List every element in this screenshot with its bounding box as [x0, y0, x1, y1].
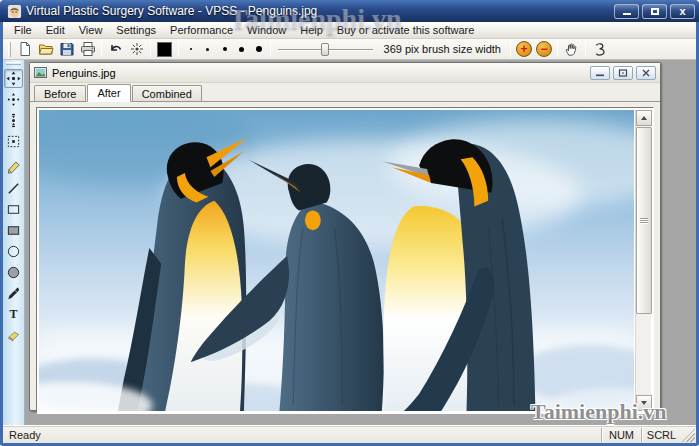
text-tool-icon: T [9, 307, 17, 322]
brush-size-3[interactable] [216, 40, 233, 59]
dot-icon [190, 48, 192, 50]
main-area: T Penguins.jpg [3, 60, 696, 425]
tool-marquee[interactable] [4, 132, 23, 151]
menu-performance[interactable]: Performance [163, 23, 240, 37]
pinch-tool-icon [6, 113, 21, 128]
tool-eyedropper[interactable] [4, 284, 23, 303]
brush-size-slider[interactable] [278, 40, 373, 59]
save-button[interactable] [56, 40, 77, 59]
status-message: Ready [3, 429, 601, 441]
doc-close-button[interactable] [636, 66, 656, 80]
eraser-icon [6, 328, 21, 343]
resize-grip[interactable] [681, 428, 695, 442]
menu-buy-activate[interactable]: Buy or activate this software [330, 23, 482, 37]
palette-gripper[interactable] [6, 62, 21, 65]
save-icon [59, 41, 75, 57]
tab-combined[interactable]: Combined [132, 85, 202, 101]
scroll-down-button[interactable] [636, 395, 652, 411]
doc-restore-button[interactable] [613, 66, 633, 80]
toolbar-separator [585, 41, 586, 57]
ellipse-filled-icon [6, 265, 21, 280]
doc-close-icon [641, 69, 651, 77]
tab-strip: Before After Combined [30, 83, 660, 102]
undo-button[interactable] [105, 40, 126, 59]
open-folder-icon [38, 41, 54, 57]
app-window: Virtual Plastic Surgery Software - VPSS … [0, 0, 699, 446]
scroll-up-button[interactable] [636, 110, 652, 126]
zoom-in-button[interactable]: + [516, 41, 532, 57]
bulge-tool-icon [6, 92, 21, 107]
rectangle-filled-icon [6, 223, 21, 238]
menu-help[interactable]: Help [293, 23, 330, 37]
zoom-out-button[interactable]: − [536, 41, 552, 57]
toolbar: 369 pix brush size width + − [3, 39, 696, 60]
dot-icon [206, 48, 209, 51]
doc-restore-icon [618, 69, 628, 77]
maximize-button[interactable] [642, 4, 667, 19]
menu-window[interactable]: Window [240, 23, 293, 37]
tool-ellipse-outline[interactable] [4, 242, 23, 261]
minimize-icon [623, 13, 631, 15]
tab-after[interactable]: After [87, 84, 130, 102]
tool-text[interactable]: T [4, 305, 23, 324]
print-icon [80, 41, 96, 57]
toolbar-separator [178, 41, 179, 57]
open-button[interactable] [35, 40, 56, 59]
eyedropper-icon [6, 286, 21, 301]
tool-pinch[interactable] [4, 111, 23, 130]
tool-palette: T [3, 60, 25, 425]
new-file-button[interactable] [14, 40, 35, 59]
titlebar[interactable]: Virtual Plastic Surgery Software - VPSS … [0, 0, 699, 22]
close-button[interactable]: x [670, 4, 695, 19]
toolbar-separator [557, 41, 558, 57]
toolbar-separator [270, 41, 271, 57]
menu-settings[interactable]: Settings [109, 23, 163, 37]
dot-icon [256, 46, 262, 52]
tool-eraser[interactable] [4, 326, 23, 345]
brush-size-1[interactable] [182, 40, 199, 59]
menu-edit[interactable]: Edit [39, 23, 72, 37]
vertical-scrollbar[interactable] [635, 110, 651, 411]
image-canvas[interactable] [36, 107, 654, 414]
maximize-icon [651, 8, 659, 15]
menu-view[interactable]: View [72, 23, 110, 37]
doc-minimize-icon [595, 69, 605, 77]
tab-before[interactable]: Before [34, 85, 86, 101]
toolbar-separator [101, 41, 102, 57]
undo-icon [108, 41, 124, 57]
tool-move[interactable] [4, 69, 23, 88]
document-window: Penguins.jpg Before [29, 62, 661, 411]
curve-help-button[interactable] [589, 40, 610, 59]
document-caption[interactable]: Penguins.jpg [30, 63, 660, 83]
line-tool-icon [6, 181, 21, 196]
slider-thumb[interactable] [321, 43, 329, 56]
brush-size-4[interactable] [233, 40, 250, 59]
brush-size-label: 369 pix brush size width [377, 43, 507, 55]
sun-brush-icon [129, 41, 145, 57]
brush-size-5[interactable] [250, 40, 267, 59]
scrollbar-thumb[interactable] [636, 127, 652, 314]
tool-ellipse-filled[interactable] [4, 263, 23, 282]
tool-bulge[interactable] [4, 90, 23, 109]
tool-rectangle-filled[interactable] [4, 221, 23, 240]
print-button[interactable] [77, 40, 98, 59]
toolbar-separator [510, 41, 511, 57]
doc-minimize-button[interactable] [590, 66, 610, 80]
window-title: Virtual Plastic Surgery Software - VPSS … [26, 4, 317, 18]
menu-file[interactable]: File [7, 23, 39, 37]
app-face-icon [7, 4, 22, 19]
hand-pan-button[interactable] [561, 40, 582, 59]
marquee-tool-icon [6, 134, 21, 149]
minimize-button[interactable] [614, 4, 639, 19]
brush-size-presets [182, 40, 267, 59]
toolbar-gripper[interactable] [8, 42, 11, 57]
tool-pencil[interactable] [4, 158, 23, 177]
tool-rectangle-outline[interactable] [4, 200, 23, 219]
sun-brush-button[interactable] [126, 40, 147, 59]
thumb-grip-icon [640, 218, 648, 219]
thumb-grip-icon [640, 220, 648, 221]
brush-size-2[interactable] [199, 40, 216, 59]
statusbar: Ready NUM SCRL [3, 425, 696, 443]
tool-line[interactable] [4, 179, 23, 198]
color-swatch-button[interactable] [154, 40, 175, 59]
